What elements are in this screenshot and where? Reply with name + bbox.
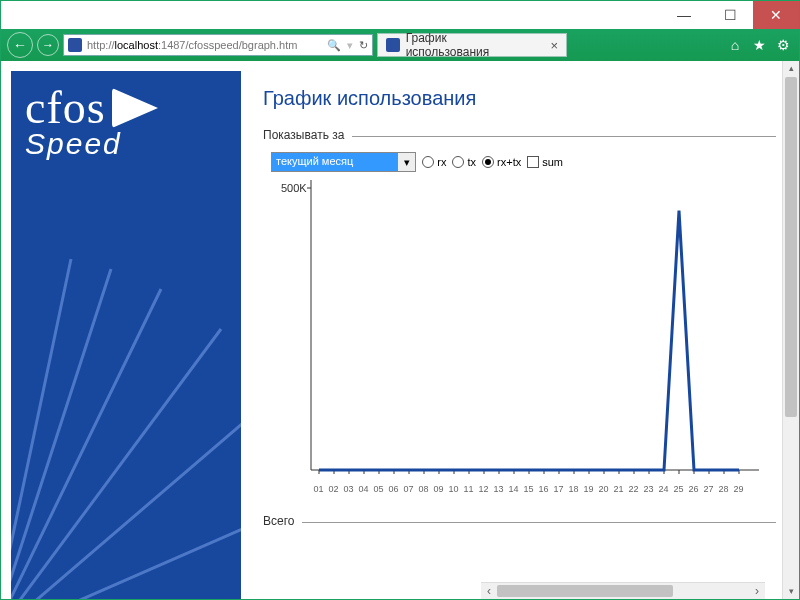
hscroll-right-arrow-icon[interactable]: ›	[749, 584, 765, 598]
page: cfos Speed График использования	[11, 71, 782, 599]
checkbox-sum-label: sum	[542, 156, 563, 168]
chart-series-line	[319, 211, 739, 470]
svg-line-4	[11, 399, 241, 599]
home-icon[interactable]: ⌂	[725, 37, 745, 53]
svg-line-5	[11, 499, 241, 599]
controls-row: текущий месяц ▾ rx tx rx+tx	[271, 152, 776, 172]
dropdown-value: текущий месяц	[272, 153, 397, 171]
chevron-down-icon: ▾	[397, 153, 415, 171]
checkbox-sum[interactable]: sum	[527, 156, 563, 168]
url-scheme: http://	[87, 39, 115, 51]
radio-tx[interactable]: tx	[452, 156, 476, 168]
radio-rx-circle	[422, 156, 434, 168]
show-for-group: Показывать за	[263, 128, 776, 142]
vscroll-down-arrow-icon[interactable]: ▾	[783, 584, 799, 599]
hscroll-track[interactable]	[497, 583, 749, 599]
main-content: График использования Показывать за текущ…	[241, 71, 782, 599]
radio-tx-label: tx	[467, 156, 476, 168]
sidebar: cfos Speed	[11, 71, 241, 599]
vscroll-up-arrow-icon[interactable]: ▴	[783, 61, 799, 76]
url-host: localhost	[115, 39, 158, 51]
window-maximize-button[interactable]: ☐	[707, 1, 753, 29]
page-title: График использования	[263, 87, 776, 110]
radio-rx-tx[interactable]: rx+tx	[482, 156, 521, 168]
tab-title: График использования	[406, 31, 531, 59]
tab-favicon-icon	[386, 38, 400, 52]
favorites-icon[interactable]: ★	[749, 37, 769, 53]
window-close-button[interactable]: ✕	[753, 1, 799, 29]
url-path: :1487/cfosspeed/bgraph.htm	[158, 39, 297, 51]
logo-text-cfos: cfos	[25, 85, 106, 131]
chart-svg	[269, 180, 759, 490]
total-group: Всего	[263, 514, 776, 528]
tools-gear-icon[interactable]: ⚙	[773, 37, 793, 53]
sidebar-rays-decoration	[11, 139, 241, 599]
vertical-scrollbar[interactable]: ▴ ▾	[782, 61, 799, 599]
hscroll-left-arrow-icon[interactable]: ‹	[481, 584, 497, 598]
hscroll-thumb[interactable]	[497, 585, 673, 597]
horizontal-scrollbar[interactable]: ‹ ›	[481, 582, 765, 599]
browser-tab[interactable]: График использования ×	[377, 33, 567, 57]
radio-rx-label: rx	[437, 156, 446, 168]
radio-rx-tx-circle	[482, 156, 494, 168]
refresh-icon[interactable]: ↻	[359, 39, 368, 52]
window-titlebar: — ☐ ✕	[1, 1, 799, 29]
radio-rx[interactable]: rx	[422, 156, 446, 168]
url-favicon-icon	[68, 38, 82, 52]
chart-xlabels: 0102030405060708091011121314151617181920…	[311, 484, 746, 494]
logo-arrow-icon	[112, 88, 158, 128]
vscroll-thumb[interactable]	[785, 77, 797, 417]
app-window: — ☐ ✕ ← → http:// localhost :1487/cfossp…	[0, 0, 800, 600]
period-dropdown[interactable]: текущий месяц ▾	[271, 152, 416, 172]
svg-line-3	[11, 329, 221, 599]
search-icon[interactable]: 🔍	[327, 39, 341, 52]
url-divider: ▾	[347, 39, 353, 52]
content-viewport: cfos Speed График использования	[1, 61, 799, 599]
window-minimize-button[interactable]: —	[661, 1, 707, 29]
checkbox-sum-box	[527, 156, 539, 168]
radio-tx-circle	[452, 156, 464, 168]
show-for-label: Показывать за	[263, 128, 352, 142]
radio-rx-tx-label: rx+tx	[497, 156, 521, 168]
forward-button[interactable]: →	[37, 34, 59, 56]
back-button[interactable]: ←	[7, 32, 33, 58]
address-bar[interactable]: http:// localhost :1487/cfosspeed/bgraph…	[63, 34, 373, 56]
total-label: Всего	[263, 514, 302, 528]
chart-ylabel: 500K	[281, 182, 307, 194]
browser-toolbar: ← → http:// localhost :1487/cfosspeed/bg…	[1, 29, 799, 61]
usage-chart: 500K 01020304050607080910111213141516171…	[269, 180, 759, 490]
tab-close-icon[interactable]: ×	[550, 38, 558, 53]
